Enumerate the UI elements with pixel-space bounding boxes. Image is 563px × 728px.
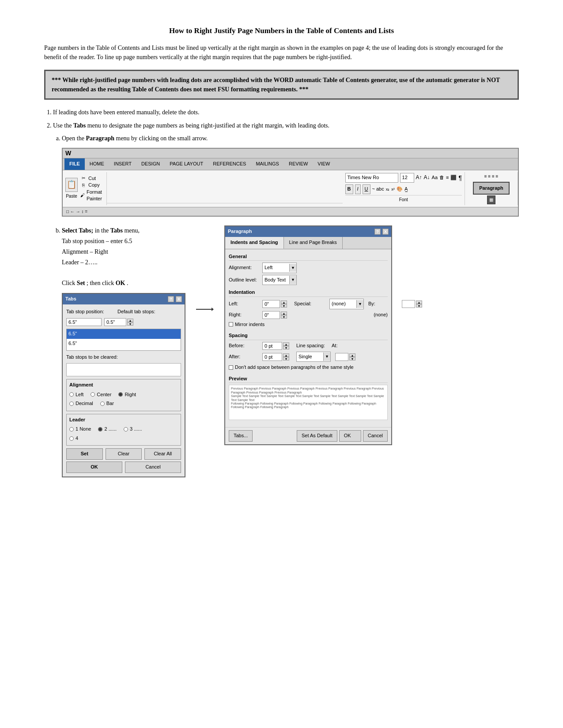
spin-up[interactable]: ▲ (127, 319, 133, 322)
align-bar-circle (100, 402, 105, 406)
para-tab-2[interactable]: Line and Page Breaks (284, 237, 343, 249)
font-color-icon: A̲ (404, 185, 408, 193)
align-left-radio[interactable]: Left (69, 391, 83, 399)
before-input[interactable] (262, 342, 282, 350)
leader-1-circle (69, 427, 74, 432)
tab-stop-input[interactable] (66, 318, 102, 326)
ribbon-body: 📋 Paste ✂ Cut ⎘ Copy (63, 170, 518, 207)
format-painter-label: Format Painter (87, 189, 104, 203)
page-layout-tab[interactable]: PAGE LAYOUT (165, 158, 208, 170)
mailings-tab[interactable]: MAILINGS (251, 158, 284, 170)
after-input[interactable] (262, 353, 282, 361)
general-section: General Alignment: Left ▼ Outline l (229, 253, 388, 285)
clear-button[interactable]: Clear (106, 448, 142, 460)
underline-button[interactable]: U (363, 184, 370, 194)
step-b-container: Select Tabs; in the Tabs menu, Tab stop … (62, 225, 519, 477)
view-tab[interactable]: VIEW (313, 158, 335, 170)
outline-select[interactable]: Body Text ▼ (262, 275, 297, 285)
set-button[interactable]: Set (66, 448, 103, 460)
left-label: Left: (229, 300, 260, 308)
default-input[interactable] (104, 318, 126, 326)
ribbon-tabs-bar: FILE HOME INSERT DESIGN PAGE LAYOUT REFE… (63, 158, 518, 170)
before-label: Before: (229, 342, 260, 350)
para-set-default-button[interactable]: Set As Default (297, 430, 337, 442)
ok-button[interactable]: OK (66, 462, 122, 473)
tabs-dialog-body: Tab stop position: Default tab stops: ▲ (63, 304, 185, 477)
design-tab[interactable]: DESIGN (136, 158, 165, 170)
tabs-dialog-title: Tabs ? X (63, 294, 185, 304)
at-input[interactable] (335, 353, 348, 361)
paste-button[interactable]: 📋 Paste (65, 178, 78, 200)
paragraph-expand-icon[interactable]: ▦ (487, 195, 495, 204)
dialog-help-btn[interactable]: ? (168, 296, 174, 302)
leader-row-1: 1 None 2 ...... 3 ...... (69, 425, 178, 433)
step-2: Use the Tabs menu to designate the page … (53, 121, 519, 477)
leader-radio-group: Leader 1 None 2 ...... (66, 414, 181, 446)
font-name-box[interactable]: Times New Ro (345, 173, 398, 183)
none-label: (none) (374, 311, 388, 319)
default-spin: ▲ ▼ (127, 319, 133, 326)
before-row: Before: ▲ ▼ Line spacing: (229, 342, 388, 350)
alignment-select-arrow: ▼ (289, 264, 296, 272)
align-decimal-radio[interactable]: Decimal (69, 400, 93, 408)
left-input[interactable] (262, 300, 280, 308)
mirror-checkbox[interactable] (229, 322, 233, 326)
strikethrough-label: ~ abc (372, 185, 384, 193)
align-right-radio[interactable]: Right (118, 391, 136, 399)
font-shrink-icon[interactable]: A↓ (424, 173, 430, 182)
preview-title: Preview (229, 375, 388, 383)
cut-item[interactable]: ✂ Cut (80, 175, 104, 182)
by-input[interactable] (402, 300, 415, 308)
instructions-list: If leading dots have been entered manual… (53, 108, 519, 477)
para-cancel-button[interactable]: Cancel (363, 430, 388, 442)
font-case-icon[interactable]: Aa (432, 174, 438, 182)
tabs-clear-area (66, 363, 181, 376)
alignment-label: Alignment: (229, 264, 260, 272)
para-close-btn[interactable]: X (382, 229, 389, 235)
leader-3-radio[interactable]: 3 ...... (124, 425, 142, 433)
right-input[interactable] (262, 311, 280, 319)
special-select[interactable]: (none) ▼ (329, 299, 364, 309)
para-tab-1[interactable]: Indents and Spacing (225, 237, 284, 249)
para-ok-button[interactable]: OK (339, 430, 361, 442)
file-tab[interactable]: FILE (64, 158, 85, 170)
align-center-radio[interactable]: Center (91, 391, 111, 399)
leader-row-2: 4 (69, 435, 178, 443)
font-group-label: Font (345, 195, 462, 203)
para-tabs-button[interactable]: Tabs... (229, 430, 253, 442)
alignment-select[interactable]: Left ▼ (262, 263, 297, 273)
leader-2-radio[interactable]: 2 ...... (98, 425, 117, 433)
font-size-box[interactable]: 12 (400, 173, 414, 183)
para-help-btn[interactable]: ? (374, 229, 381, 235)
leader-1-radio[interactable]: 1 None (69, 425, 91, 433)
home-tab[interactable]: HOME (85, 158, 109, 170)
preview-text: Previous Paragraph Previous Paragraph Pr… (231, 387, 385, 409)
listbox-item-2[interactable]: 6.5" (67, 339, 181, 349)
paste-icon: 📋 (65, 178, 78, 192)
bold-button[interactable]: B (345, 184, 353, 194)
line-spacing-select[interactable]: Single ▼ (296, 352, 331, 362)
leader-4-radio[interactable]: 4 (69, 435, 78, 443)
insert-tab[interactable]: INSERT (109, 158, 136, 170)
after-row: After: ▲ ▼ Singl (229, 352, 388, 362)
dialog-close-btn[interactable]: X (176, 296, 182, 302)
preview-box: Previous Paragraph Previous Paragraph Pr… (229, 385, 388, 420)
dont-add-checkbox[interactable] (229, 365, 233, 370)
cancel-button[interactable]: Cancel (125, 462, 181, 473)
align-bar-radio[interactable]: Bar (100, 400, 114, 408)
font-clear-icon[interactable]: 🗑 (439, 174, 444, 182)
paragraph-group-highlighted[interactable]: Paragraph (473, 182, 509, 195)
font-grow-icon[interactable]: A↑ (416, 173, 422, 182)
review-tab[interactable]: REVIEW (284, 158, 313, 170)
clear-all-button[interactable]: Clear All (144, 448, 181, 460)
listbox-item-1[interactable]: 6.5" (67, 329, 181, 339)
tab-stop-listbox[interactable]: 6.5" 6.5" (66, 329, 181, 351)
copy-item[interactable]: ⎘ Copy (80, 182, 104, 188)
references-tab[interactable]: REFERENCES (208, 158, 251, 170)
leader-2-label: 2 ...... (104, 425, 117, 433)
step-b-left: Select Tabs; in the Tabs menu, Tab stop … (62, 225, 185, 477)
italic-button[interactable]: I (355, 184, 361, 194)
paragraph-ribbon-group: ≡ ≡ ≡ ≡ Paragraph ▦ (465, 172, 518, 206)
spin-down[interactable]: ▼ (127, 322, 133, 326)
format-painter-item[interactable]: 🖌 Format Painter (80, 189, 104, 203)
